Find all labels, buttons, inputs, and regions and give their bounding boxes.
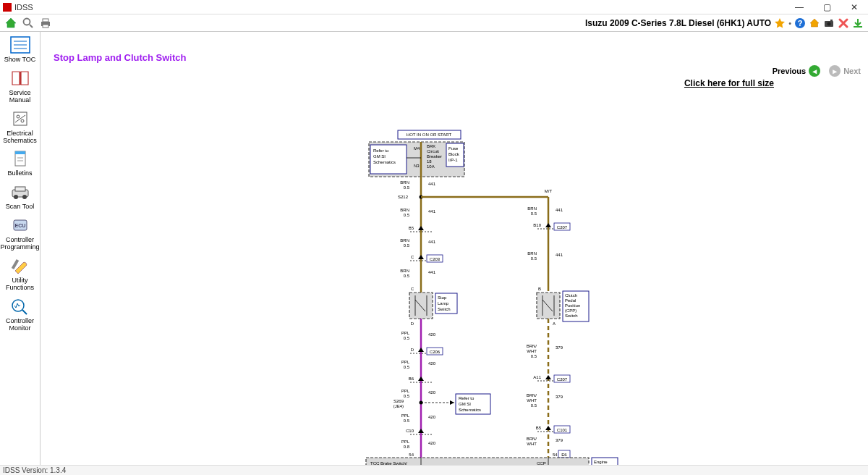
svg-text:BRN: BRN bbox=[527, 251, 537, 256]
svg-rect-9 bbox=[830, 20, 833, 21]
svg-text:0.5: 0.5 bbox=[404, 394, 410, 398]
svg-text:0.5: 0.5 bbox=[404, 336, 410, 340]
svg-text:420: 420 bbox=[428, 361, 436, 366]
svg-text:C10: C10 bbox=[406, 429, 414, 433]
svg-text:441: 441 bbox=[428, 182, 436, 186]
manual-icon bbox=[9, 68, 32, 88]
sidebar-item-label: Bulletins bbox=[7, 170, 32, 177]
svg-marker-106 bbox=[418, 429, 424, 433]
svg-text:441: 441 bbox=[556, 253, 563, 257]
camera-icon[interactable] bbox=[823, 17, 835, 29]
print-button[interactable] bbox=[38, 16, 54, 30]
next-arrow-icon: ► bbox=[829, 65, 841, 77]
svg-text:A: A bbox=[553, 321, 556, 326]
minimize-button[interactable]: — bbox=[786, 0, 813, 14]
svg-text:BRN: BRN bbox=[400, 238, 409, 243]
svg-text:0.5: 0.5 bbox=[531, 256, 537, 261]
svg-text:PPL: PPL bbox=[401, 389, 410, 393]
svg-text:C101: C101 bbox=[557, 428, 568, 432]
svg-marker-63 bbox=[418, 255, 424, 259]
svg-rect-72 bbox=[409, 293, 433, 319]
app-icon bbox=[3, 3, 12, 12]
app-title: IDSS bbox=[14, 3, 33, 12]
help-icon[interactable]: ? bbox=[794, 17, 806, 29]
vehicle-label: Isuzu 2009 C-Series 7.8L Diesel (6HK1) A… bbox=[585, 18, 771, 28]
sidebar-item-bulletins[interactable]: Bulletins bbox=[1, 147, 40, 180]
svg-text:C207: C207 bbox=[557, 225, 568, 230]
svg-rect-4 bbox=[43, 25, 48, 28]
svg-text:420: 420 bbox=[428, 390, 436, 395]
svg-rect-3 bbox=[43, 19, 48, 22]
sidebar-item-service-manual[interactable]: Service Manual bbox=[1, 67, 40, 107]
schematic-diagram: HOT IN ON OR START Refer toGM SISchemati… bbox=[81, 126, 631, 475]
download-icon[interactable] bbox=[852, 17, 864, 29]
svg-text:N3: N3 bbox=[414, 164, 420, 168]
svg-marker-57 bbox=[418, 226, 424, 230]
svg-text:D: D bbox=[411, 321, 414, 326]
sidebar-item-controller-monitor[interactable]: Controller Monitor bbox=[1, 295, 40, 335]
page-title: Stop Lamp and Clutch Switch bbox=[54, 52, 186, 63]
svg-text:B6: B6 bbox=[409, 377, 414, 381]
sidebar-item-label: Utility Functions bbox=[1, 277, 40, 292]
previous-button[interactable]: Previous ◄ bbox=[773, 65, 820, 77]
sidebar: Show TOC Service Manual Electrical Schem… bbox=[0, 32, 41, 465]
ecu-icon: ECU bbox=[9, 215, 32, 235]
svg-text:C: C bbox=[411, 255, 414, 259]
svg-text:B: B bbox=[538, 287, 541, 291]
schematic-icon bbox=[9, 109, 32, 129]
svg-text:BRN: BRN bbox=[400, 269, 409, 273]
sidebar-item-show-toc[interactable]: Show TOC bbox=[1, 33, 40, 67]
svg-point-0 bbox=[24, 18, 30, 25]
svg-rect-21 bbox=[15, 151, 25, 154]
sidebar-item-controller-programming[interactable]: ECU Controller Programming bbox=[1, 214, 40, 254]
sidebar-item-scan-tool[interactable]: Scan Tool bbox=[1, 180, 40, 214]
search-button[interactable] bbox=[20, 16, 36, 30]
svg-marker-100 bbox=[450, 400, 454, 405]
svg-text:0.5: 0.5 bbox=[404, 274, 410, 278]
svg-text:C207: C207 bbox=[557, 377, 568, 382]
svg-text:B5: B5 bbox=[409, 226, 414, 230]
favorite-star-icon[interactable] bbox=[774, 17, 786, 29]
home-button[interactable] bbox=[3, 16, 19, 30]
svg-rect-125 bbox=[537, 293, 560, 319]
sidebar-item-label: Controller Programming bbox=[0, 237, 39, 251]
home-small-icon[interactable] bbox=[809, 17, 820, 29]
svg-text:420: 420 bbox=[428, 415, 436, 419]
svg-text:S212: S212 bbox=[398, 195, 409, 199]
svg-text:0.5: 0.5 bbox=[531, 403, 537, 408]
next-button[interactable]: ► Next bbox=[829, 65, 861, 77]
svg-text:B10: B10 bbox=[533, 223, 541, 227]
toolbar: Isuzu 2009 C-Series 7.8L Diesel (6HK1) A… bbox=[0, 14, 868, 32]
svg-text:A11: A11 bbox=[533, 375, 541, 379]
version-label: IDSS Version: 1.3.4 bbox=[3, 466, 66, 474]
svg-text:441: 441 bbox=[428, 270, 436, 274]
maximize-button[interactable]: ▢ bbox=[813, 0, 841, 14]
svg-marker-116 bbox=[545, 223, 551, 227]
svg-text:BRN: BRN bbox=[400, 180, 409, 185]
svg-text:379: 379 bbox=[556, 345, 563, 350]
svg-text:PPL: PPL bbox=[401, 440, 410, 444]
sidebar-item-label: Electrical Schematics bbox=[1, 130, 40, 145]
svg-text:M/T: M/T bbox=[545, 189, 553, 193]
sidebar-item-electrical-schematics[interactable]: Electrical Schematics bbox=[1, 107, 40, 148]
sidebar-item-label: Scan Tool bbox=[6, 203, 34, 211]
close-button[interactable]: ✕ bbox=[841, 0, 868, 14]
svg-point-26 bbox=[22, 195, 27, 199]
fullsize-link[interactable]: Click here for full size bbox=[684, 78, 774, 88]
svg-text:S269(JE4): S269(JE4) bbox=[393, 399, 404, 408]
svg-marker-136 bbox=[545, 375, 551, 379]
content-area: Previous ◄ ► Next Stop Lamp and Clutch S… bbox=[41, 32, 868, 465]
svg-text:BRN: BRN bbox=[400, 208, 409, 212]
svg-text:420: 420 bbox=[428, 332, 436, 337]
svg-text:379: 379 bbox=[556, 438, 563, 442]
svg-line-1 bbox=[30, 25, 33, 28]
scan-tool-icon bbox=[9, 182, 32, 202]
svg-text:379: 379 bbox=[556, 395, 563, 399]
separator-dot: • bbox=[788, 19, 791, 28]
svg-text:C: C bbox=[411, 287, 414, 291]
svg-text:0.5: 0.5 bbox=[531, 354, 537, 358]
svg-text:0.8: 0.8 bbox=[404, 445, 410, 449]
sidebar-item-utility-functions[interactable]: Utility Functions bbox=[1, 254, 40, 295]
svg-text:M4: M4 bbox=[414, 146, 420, 151]
delete-x-icon[interactable] bbox=[838, 17, 849, 29]
